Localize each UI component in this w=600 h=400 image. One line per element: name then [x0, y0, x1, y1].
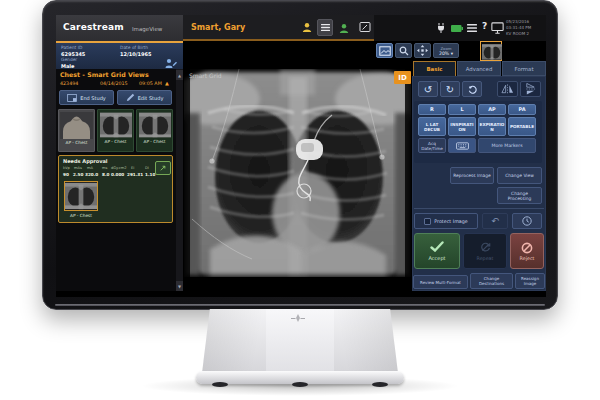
reject-button[interactable]: Reject — [510, 233, 544, 269]
rotate-180-button[interactable] — [462, 81, 482, 97]
checkbox-icon — [424, 218, 431, 225]
history-button[interactable] — [512, 213, 542, 229]
rotate-ccw-button[interactable]: ↺ — [418, 81, 438, 97]
patient-name-bar: Smart, Gary — [183, 15, 374, 41]
stand-foot — [292, 382, 308, 387]
marker-l-button[interactable]: L — [448, 104, 476, 115]
repeat-icon — [480, 242, 491, 253]
protect-image-checkbox[interactable]: Protect Image — [414, 213, 478, 229]
monitor-stand-neck — [202, 309, 398, 373]
thumbnail-xray-1[interactable]: AP - Chest — [97, 109, 134, 152]
stand-emblem — [290, 314, 306, 322]
keyboard-marker-button[interactable] — [448, 138, 476, 153]
reject-icon — [521, 242, 533, 254]
param-label: dGy.cm2 — [111, 166, 127, 170]
worklist-button[interactable] — [317, 19, 333, 36]
reassign-image-button[interactable]: Reassign Image — [515, 273, 545, 289]
param-label: ms — [102, 166, 107, 170]
edit-study-label: Edit Study — [138, 95, 164, 101]
param-label: DI — [145, 166, 149, 170]
needs-approval-group: Needs Approval kVp mAs mA ms dGy.cm2 EI … — [58, 155, 173, 223]
screen: Carestream ImageView Smart, Gary — [56, 15, 546, 297]
exam-pad-icon[interactable] — [359, 21, 371, 33]
study-scrollbar[interactable] — [176, 69, 183, 291]
zoom-level-dropdown[interactable]: Zoom 20% ▾ — [433, 43, 459, 58]
marker-llat-decub-button[interactable]: L LAT DECUB — [418, 117, 446, 136]
send-for-approval-button[interactable] — [155, 161, 171, 175]
review-multi-format-button[interactable]: Review Multi-Format — [413, 275, 468, 289]
param-value: 320.0 — [85, 172, 98, 177]
technologist-icon[interactable] — [339, 22, 349, 33]
study-title: Chest - Smart Grid Views — [60, 71, 149, 78]
help-icon[interactable]: ? — [482, 21, 487, 31]
thumbnail-body-map[interactable]: AP - Chest — [58, 109, 95, 152]
marker-ap-button[interactable]: AP — [478, 104, 506, 115]
id-marker-badge[interactable]: ID — [394, 71, 411, 84]
more-markers-button[interactable]: More Markers — [478, 138, 536, 153]
check-icon — [430, 241, 444, 252]
app-name: ImageView — [132, 26, 162, 32]
needs-approval-title: Needs Approval — [63, 158, 108, 164]
stand-foot — [212, 382, 228, 387]
menu-icon[interactable] — [467, 23, 477, 33]
edit-study-button[interactable]: Edit Study — [117, 90, 172, 105]
param-value: 0.000 — [111, 172, 124, 177]
accept-label: Accept — [428, 255, 445, 261]
tab-advanced[interactable]: Advanced — [457, 61, 501, 76]
scroll-up-button[interactable]: ▲ — [176, 70, 183, 80]
battery-icon — [450, 24, 463, 32]
marker-inspiration-button[interactable]: INSPIRATION — [448, 117, 476, 136]
marker-pa-button[interactable]: PA — [508, 104, 536, 115]
accept-button[interactable]: Accept — [414, 233, 460, 269]
param-label: mA — [87, 166, 93, 170]
end-study-button[interactable]: End Study — [59, 90, 114, 105]
change-destinations-button[interactable]: Change Destinations — [470, 273, 513, 289]
thumbnail-label: AP - Chest — [104, 139, 128, 144]
marker-r-button[interactable]: R — [418, 104, 446, 115]
status-text: 05/23/2016 03:31:44 PM KV ROOM 2 — [506, 19, 546, 37]
pan-tool-button[interactable] — [414, 43, 431, 58]
patient-icon[interactable] — [302, 22, 312, 32]
param-label: kVp — [63, 166, 70, 170]
study-time: 09:05 AM — [139, 81, 162, 86]
magnifier-tool-button[interactable] — [395, 43, 412, 58]
reject-label: Reject — [520, 256, 535, 261]
tab-basic[interactable]: Basic — [413, 61, 456, 76]
param-value: 2.50 — [73, 172, 83, 177]
approval-thumbnail[interactable] — [64, 181, 98, 211]
edit-patient-icon[interactable] — [165, 58, 177, 68]
param-value: 8.0 — [102, 172, 109, 177]
chest-xray-image[interactable] — [184, 69, 411, 277]
warning-icon: ▲ — [165, 80, 169, 86]
approval-thumbnail-label: AP - Chest — [64, 213, 98, 218]
flip-vertical-button[interactable] — [520, 81, 541, 97]
acq-datetime-button[interactable]: Acq Date/Time — [418, 138, 446, 153]
zoom-value: 20% — [439, 51, 449, 56]
patient-name: Smart, Gary — [191, 23, 245, 32]
marker-portable-button[interactable]: PORTABLE — [508, 117, 536, 136]
dob-label: Date of Birth — [120, 45, 148, 50]
filmstrip-current-thumbnail[interactable] — [480, 41, 502, 61]
change-processing-button[interactable]: Change Processing — [497, 187, 542, 204]
reprocess-image-button[interactable]: Reprocess Image — [450, 167, 494, 184]
brand-block: Carestream ImageView — [56, 15, 183, 41]
flip-horizontal-button[interactable] — [497, 81, 518, 97]
xray-image — [139, 112, 171, 138]
param-value: 291.31 — [127, 172, 143, 177]
annotation-tool-button[interactable] — [376, 43, 393, 58]
cassette-icon — [67, 94, 77, 102]
end-study-label: End Study — [80, 95, 106, 101]
tab-format[interactable]: Format — [502, 61, 546, 76]
scroll-down-button[interactable]: ▼ — [176, 281, 183, 291]
thumbnail-xray-2[interactable]: AP - Chest — [136, 109, 173, 152]
undo-button[interactable]: ↶ — [482, 213, 508, 229]
marker-expiration-button[interactable]: EXPIRATION — [478, 117, 506, 136]
param-label: mAs — [74, 166, 82, 170]
change-view-button[interactable]: Change View — [497, 167, 542, 184]
xray-image — [100, 112, 132, 138]
patient-id-label: Patient ID — [61, 45, 82, 50]
pencil-icon — [126, 93, 135, 102]
monitor-bezel: Carestream ImageView Smart, Gary — [42, 0, 558, 310]
rotate-cw-button[interactable]: ↻ — [440, 81, 460, 97]
stand-foot — [372, 382, 388, 387]
